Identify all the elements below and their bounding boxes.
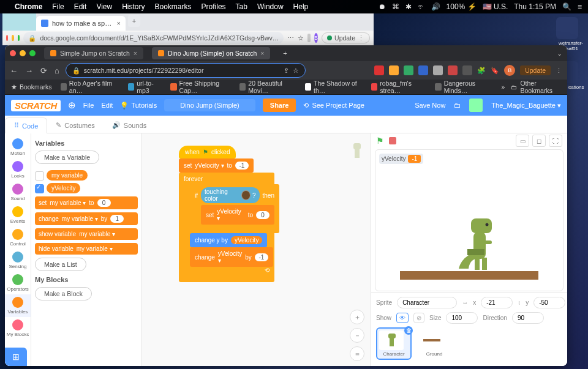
bookmark-item[interactable]: The Shadow of th… <box>305 80 363 94</box>
green-flag-button[interactable]: ⚑ <box>376 136 384 146</box>
bg-tab[interactable]: how to make a sprite jump in s × <box>36 16 126 31</box>
profile-avatar[interactable]: B <box>314 33 318 43</box>
extension-icon[interactable] <box>374 65 384 75</box>
traffic-close[interactable] <box>6 35 8 41</box>
extension-icon[interactable] <box>389 65 399 75</box>
extensions-icon[interactable]: ⋯ <box>287 34 294 42</box>
set-var-block[interactable]: setyVelocityto-1 <box>179 158 254 173</box>
bookmark-item[interactable]: Free Shipping Cap… <box>170 80 231 94</box>
stage-small-button[interactable]: ▭ <box>516 135 529 147</box>
wifi-icon[interactable]: ᯤ <box>418 2 425 11</box>
scratch-logo[interactable]: SCRATCH <box>11 100 61 111</box>
home-button[interactable]: ⌂ <box>55 66 59 75</box>
zoom-in-button[interactable]: ＋ <box>350 310 364 324</box>
add-extension-button[interactable]: ⊞ <box>5 348 27 366</box>
extensions-menu-icon[interactable]: 🧩 <box>477 67 486 75</box>
stop-button[interactable] <box>389 137 396 144</box>
sprite-x-input[interactable] <box>481 297 513 308</box>
var-checkbox[interactable] <box>35 171 44 181</box>
color-input[interactable] <box>241 190 251 200</box>
menu-history[interactable]: History <box>122 2 145 11</box>
category-sound[interactable]: Sound <box>5 181 31 204</box>
sprite-direction-input[interactable] <box>512 312 544 324</box>
make-variable-button[interactable]: Make a Variable <box>35 151 99 164</box>
file-menu[interactable]: File <box>83 102 94 109</box>
update-button[interactable]: Update⋮ <box>322 32 370 43</box>
menu-bookmarks[interactable]: Bookmarks <box>155 2 192 11</box>
sprite-thumb-ground[interactable]: Ground <box>417 327 452 360</box>
app-name[interactable]: Chrome <box>15 2 42 11</box>
touching-color-sensing[interactable]: touching color? <box>201 187 260 203</box>
menu-edit[interactable]: Edit <box>74 2 87 11</box>
stage[interactable]: yVelocity-1 <box>375 149 564 291</box>
back-button[interactable]: ← <box>10 66 18 75</box>
menu-window[interactable]: Window <box>257 2 284 11</box>
share-button[interactable]: Share <box>263 99 296 112</box>
sprite-name-input[interactable] <box>397 297 457 308</box>
traffic-close[interactable] <box>10 50 16 56</box>
sprite-size-input[interactable] <box>446 312 478 324</box>
language-menu[interactable]: ⊕ <box>68 100 76 111</box>
variable-monitor[interactable]: yVelocity-1 <box>379 154 423 164</box>
forever-block[interactable]: forever iftouching color?then setyVeloci… <box>179 173 274 282</box>
bookmark-icon[interactable]: 🔖 <box>491 67 499 75</box>
stage-full-button[interactable]: ⛶ <box>549 135 562 147</box>
variable-reporter[interactable]: yVelocity <box>231 236 262 244</box>
project-name-input[interactable]: Dino Jump (Simple) <box>164 99 255 111</box>
profile-avatar[interactable]: B <box>504 65 515 76</box>
status-icon[interactable]: ⏺ <box>379 2 386 11</box>
var-checkbox-checked[interactable] <box>35 184 44 193</box>
set-var-block[interactable]: setyVelocityto0 <box>201 205 274 225</box>
category-looks[interactable]: Looks <box>5 158 31 181</box>
menu-profiles[interactable]: Profiles <box>202 2 226 11</box>
bookmark-item[interactable]: url-to-mp3 <box>128 80 162 94</box>
variable-pill[interactable]: my variable <box>47 170 88 181</box>
category-control[interactable]: Control <box>5 226 31 249</box>
extension-icon[interactable] <box>448 65 458 75</box>
traffic-max[interactable] <box>29 50 36 56</box>
when-flag-clicked-block[interactable]: when⚑clicked <box>179 146 236 158</box>
bluetooth-icon[interactable]: ✱ <box>405 2 412 11</box>
spotlight-icon[interactable]: 🔍 <box>562 2 571 11</box>
category-my-blocks[interactable]: My Blocks <box>5 317 31 340</box>
traffic-max[interactable] <box>18 35 20 41</box>
bookmark-item[interactable]: 20 Beautiful Movi… <box>239 80 296 94</box>
overflow-icon[interactable]: » <box>502 83 505 91</box>
variable-pill[interactable]: yVelocity <box>47 183 80 193</box>
new-tab-button[interactable]: + <box>279 50 291 57</box>
other-bookmarks[interactable]: 🗀 Other Bookmarks <box>511 80 561 94</box>
menu-view[interactable]: View <box>96 2 112 11</box>
show-var-block[interactable]: show variablemy variable <box>35 228 138 240</box>
zoom-reset-button[interactable]: ＝ <box>350 346 364 361</box>
address-bar[interactable]: 🔒 scratch.mit.edu/projects/722922298/edi… <box>66 63 306 78</box>
extension-icon[interactable] <box>462 65 472 75</box>
ground-sprite[interactable] <box>400 271 538 280</box>
see-project-page[interactable]: ⟲See Project Page <box>303 102 364 110</box>
make-list-button[interactable]: Make a List <box>35 258 86 271</box>
input-source[interactable]: 🇺🇸 U.S. <box>483 2 508 11</box>
stage-large-button[interactable]: ◻ <box>532 135 546 147</box>
script-stack[interactable]: when⚑clicked setyVelocityto-1 forever if… <box>179 146 274 282</box>
bg-url-bar[interactable]: 🔒 docs.google.com/document/d/1E_YtSaBXcF… <box>23 32 284 44</box>
if-then-block[interactable]: iftouching color?then setyVelocityto0 <box>190 184 279 233</box>
share-icon[interactable]: ⇪ <box>284 67 289 74</box>
star-icon[interactable]: ☆ <box>293 67 299 74</box>
make-block-button[interactable]: Make a Block <box>35 287 92 300</box>
code-workspace[interactable]: when⚑clicked setyVelocityto-1 forever if… <box>142 133 371 366</box>
folder-icon[interactable]: 🗀 <box>454 102 461 109</box>
close-icon[interactable]: × <box>117 20 121 27</box>
character-sprite[interactable] <box>455 216 498 271</box>
browser-tab-active[interactable]: Dino Jump (Simple) on Scratch× <box>152 47 270 59</box>
close-icon[interactable]: × <box>134 50 137 57</box>
status-icon[interactable]: ⌘ <box>392 2 399 11</box>
change-var-block[interactable]: changemy variableby1 <box>35 212 138 225</box>
change-var-block[interactable]: changeyVelocityby-1 <box>190 247 273 267</box>
user-avatar[interactable] <box>469 99 483 112</box>
close-icon[interactable]: × <box>260 50 264 57</box>
tabs-overflow-icon[interactable]: ⌄ <box>557 50 562 58</box>
username[interactable]: The_Magic_Baguette ▾ <box>491 102 561 110</box>
category-motion[interactable]: Motion <box>5 136 31 158</box>
zoom-out-button[interactable]: － <box>350 328 364 343</box>
browser-tab[interactable]: Simple Jump on Scratch× <box>44 47 143 59</box>
reload-button[interactable]: ⟳ <box>40 66 47 75</box>
